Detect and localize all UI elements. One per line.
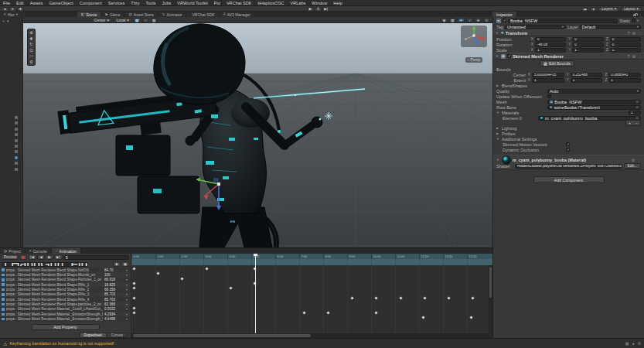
tag-dropdown[interactable]: Untagged▾ bbox=[505, 25, 566, 29]
y-field[interactable]: 0 bbox=[572, 37, 603, 42]
property-value[interactable]: 62.366 bbox=[104, 302, 123, 306]
scene-tool-button[interactable]: ✚ bbox=[29, 36, 33, 41]
skinned-mesh-renderer-header[interactable]: ▼ ▦ Skinned Mesh Renderer ?⚙⋮ bbox=[493, 53, 644, 60]
add-object-icon[interactable]: + bbox=[2, 19, 5, 23]
property-value[interactable]: 4.2934 bbox=[104, 312, 123, 316]
dynamic-occlusion-checkbox[interactable] bbox=[566, 148, 570, 152]
animated-property-row[interactable]: props : Skinned Mesh Renderer.Blend Shap… bbox=[0, 268, 131, 272]
editor-tab[interactable]: ↻ Animator bbox=[158, 12, 187, 17]
edit-bounds-button[interactable]: ▦Edit Bounds bbox=[540, 60, 574, 67]
chevron-down-icon[interactable]: ▾ bbox=[124, 268, 129, 272]
chevron-down-icon[interactable]: ▾ bbox=[124, 317, 129, 321]
object-picker-icon[interactable]: ⊙ bbox=[635, 100, 639, 104]
status-warning-text[interactable]: Keyframing translation on humanoid rig i… bbox=[9, 341, 114, 346]
materials-foldout[interactable]: ▼Materials 1 bbox=[493, 110, 644, 115]
animated-property-row[interactable]: props : Skinned Mesh Renderer.Blend Shap… bbox=[0, 297, 131, 302]
active-checkbox[interactable] bbox=[503, 19, 506, 22]
vertical-scrollbar[interactable] bbox=[489, 265, 492, 333]
property-value[interactable]: 68.358 bbox=[104, 288, 123, 292]
menu-item[interactable]: VRLabs bbox=[287, 0, 308, 6]
center-y-field[interactable]: 0.251488 bbox=[571, 73, 603, 77]
property-value[interactable]: 84.70 bbox=[104, 268, 123, 272]
editor-tab[interactable]: ▶ Game bbox=[101, 12, 124, 17]
menu-item[interactable]: Edit bbox=[13, 0, 27, 6]
lighting-foldout[interactable]: ▶Lighting bbox=[493, 125, 644, 131]
menu-item[interactable]: Assets bbox=[27, 0, 46, 6]
kebab-menu-icon[interactable]: ⋮ bbox=[638, 54, 642, 59]
y-field[interactable]: 0 bbox=[572, 43, 603, 47]
gizmos-dropdown-icon[interactable]: ◇ bbox=[483, 18, 490, 22]
additional-settings-foldout[interactable]: ▼Additional Settings bbox=[493, 136, 644, 142]
inspector-tab[interactable]: Inspector bbox=[492, 12, 517, 17]
materials-size-field[interactable]: 1 bbox=[629, 111, 641, 115]
chevron-down-icon[interactable]: ▾ bbox=[124, 307, 129, 311]
static-checkbox[interactable] bbox=[632, 19, 635, 22]
foldout-open-icon[interactable]: ▼ bbox=[496, 158, 500, 162]
scene-tool-button[interactable]: ↻ bbox=[29, 42, 33, 46]
extent-x-field[interactable]: 1 bbox=[532, 78, 564, 83]
extent-z-field[interactable]: 1 bbox=[608, 78, 641, 83]
shader-dropdown[interactable]: Hidden/Locked/.poiyomi/Old Versions/8.1/… bbox=[515, 164, 622, 169]
account-icon[interactable]: ● bbox=[2, 7, 9, 12]
z-field[interactable]: 1 bbox=[610, 48, 641, 53]
remove-material-button[interactable]: − bbox=[633, 121, 640, 125]
chevron-down-icon[interactable]: ▾ bbox=[124, 278, 129, 281]
record-button[interactable] bbox=[19, 254, 27, 260]
frame-input[interactable] bbox=[66, 255, 127, 260]
transform-header[interactable]: ▼ ✚ Transform ?⚙⋮ bbox=[493, 29, 644, 36]
chevron-down-icon[interactable]: ▾ bbox=[124, 302, 129, 306]
center-x-field[interactable]: 5.000004e-05 bbox=[532, 73, 564, 77]
orientation-gizmo[interactable]: ‹Persp bbox=[460, 26, 488, 64]
lock-icon[interactable] bbox=[633, 14, 636, 16]
kebab-menu-icon[interactable]: ⋮ bbox=[637, 158, 641, 162]
mesh-object-field[interactable]: ▦Booba_NSFW⊙ bbox=[547, 100, 641, 104]
play-button[interactable]: ▶ bbox=[307, 7, 314, 12]
timeline-clip-strip[interactable] bbox=[131, 259, 492, 265]
menu-item[interactable]: VRWorld Toolkit bbox=[174, 0, 210, 6]
scene-light-icon[interactable]: ☀ bbox=[458, 18, 465, 22]
help-icon[interactable]: ? bbox=[628, 31, 630, 36]
animated-property-row[interactable]: props : Skinned Mesh Renderer.Material._… bbox=[0, 316, 131, 321]
property-value[interactable]: 0.0032 bbox=[104, 307, 123, 311]
chevron-down-icon[interactable]: ▾ bbox=[124, 312, 129, 316]
quality-dropdown[interactable]: Auto▾ bbox=[547, 89, 641, 94]
chevron-down-icon[interactable]: ▾ bbox=[7, 19, 9, 23]
x-field[interactable]: 0 bbox=[535, 37, 566, 42]
animated-property-row[interactable]: props : Skinned Mesh Renderer.Blend Shap… bbox=[0, 287, 131, 292]
preview-toggle[interactable]: Preview bbox=[2, 254, 19, 260]
shaded-mode-icon[interactable]: ▦ bbox=[449, 18, 456, 22]
add-keyframe-button[interactable]: ◆ bbox=[113, 261, 121, 267]
y-field[interactable]: 1 bbox=[572, 48, 603, 53]
object-name-input[interactable] bbox=[510, 19, 615, 23]
blendshapes-foldout[interactable]: ▶BlendShapes bbox=[493, 83, 644, 88]
update-offscreen-checkbox[interactable] bbox=[547, 94, 551, 98]
animated-property-row[interactable]: props : Skinned Mesh Renderer.Blend Shap… bbox=[0, 278, 131, 282]
property-value[interactable]: 4.6498 bbox=[104, 317, 123, 321]
chevron-down-icon[interactable]: ▾ bbox=[124, 298, 129, 302]
dopesheet-button[interactable]: Dopesheet bbox=[80, 333, 107, 338]
services-icon[interactable]: ● bbox=[590, 7, 597, 12]
z-field[interactable]: 0 bbox=[610, 37, 641, 42]
animated-property-row[interactable]: props : Skinned Mesh Renderer.Blend Shap… bbox=[0, 282, 131, 287]
shader-edit-button[interactable]: Edit... bbox=[624, 163, 641, 169]
scene-effects-icon[interactable]: ★ bbox=[475, 18, 482, 22]
animation-timeline[interactable]: 0:001:002:003:004:005:006:007:008:009:00… bbox=[131, 254, 492, 339]
layers-dropdown[interactable]: Layers▾ bbox=[598, 7, 619, 12]
kebab-menu-icon[interactable]: ⋮ bbox=[638, 31, 642, 36]
animated-property-row[interactable]: props : Skinned Mesh Renderer.Material._… bbox=[0, 307, 131, 312]
gear-icon[interactable]: ⚙ bbox=[632, 158, 635, 162]
animated-property-row[interactable]: props : Skinned Mesh Renderer.Blend Shap… bbox=[0, 302, 131, 306]
editor-tab[interactable]: ◧ Scene bbox=[77, 12, 101, 17]
snap-move-icon[interactable]: ▦ bbox=[151, 18, 158, 22]
motion-vectors-checkbox[interactable] bbox=[566, 142, 570, 146]
menu-item[interactable]: Component bbox=[77, 0, 105, 6]
property-value[interactable]: 86.918 bbox=[104, 278, 123, 281]
animated-property-row[interactable]: props : Skinned Mesh Renderer.Material._… bbox=[0, 312, 131, 316]
dopesheet-area[interactable] bbox=[131, 265, 492, 333]
property-value[interactable]: 18.825 bbox=[104, 283, 123, 287]
snap-magnet-icon[interactable]: ∩ bbox=[142, 18, 149, 22]
property-value[interactable]: 85.703 bbox=[104, 298, 123, 302]
menu-item[interactable]: Thry bbox=[128, 0, 142, 6]
foldout-open-icon[interactable]: ▼ bbox=[496, 31, 499, 35]
pan-tool-icon[interactable]: ✚ bbox=[17, 7, 24, 12]
